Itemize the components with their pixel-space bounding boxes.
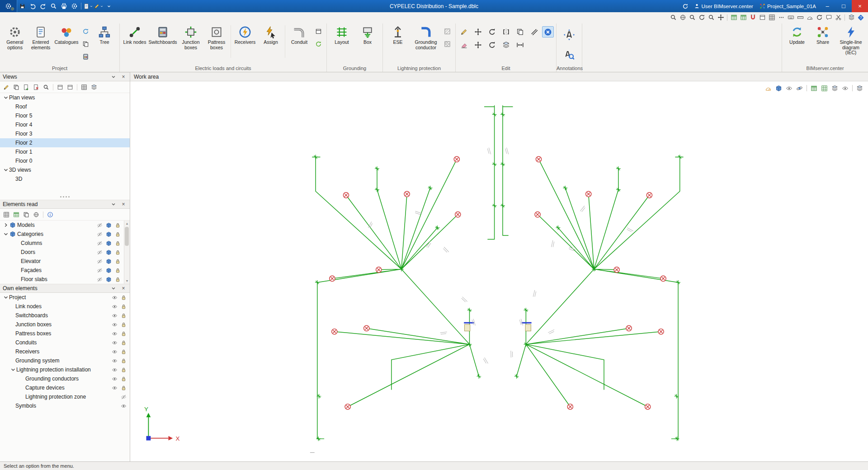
edit-menu-icon[interactable] — [93, 1, 104, 12]
catalogues-button[interactable]: Catalogues — [54, 24, 79, 61]
close-button[interactable]: × — [852, 0, 868, 12]
visibility-icon[interactable] — [112, 313, 118, 319]
visibility-icon[interactable] — [112, 331, 118, 337]
lock-icon[interactable] — [121, 376, 127, 382]
tree-item-junction-boxes[interactable]: Junction boxes — [0, 320, 130, 329]
visibility-icon[interactable] — [112, 295, 118, 301]
collapse-icon[interactable] — [110, 201, 117, 208]
switchboards-button[interactable]: Switchboards — [148, 24, 178, 61]
collapse-icon[interactable] — [110, 285, 117, 292]
lock-icon[interactable] — [115, 231, 121, 237]
visibility-options-icon[interactable] — [784, 84, 794, 93]
tree-item-floor-1[interactable]: Floor 1 — [0, 147, 130, 156]
check-table-icon[interactable] — [809, 84, 819, 93]
lock-icon[interactable] — [121, 385, 127, 391]
stretch-button[interactable] — [514, 39, 526, 51]
visibility-off-icon[interactable] — [121, 394, 127, 400]
lock-icon[interactable] — [115, 249, 121, 255]
close-icon[interactable]: × — [120, 285, 127, 292]
grid-icon[interactable] — [767, 13, 776, 22]
tree-item-switchboards[interactable]: Switchboards — [0, 311, 130, 320]
junction-boxes-button[interactable]: Junction boxes — [178, 24, 203, 61]
entered-elements-button[interactable]: Entered elements — [28, 24, 53, 61]
measure-angle-icon[interactable] — [764, 84, 773, 93]
quick-access-more-icon[interactable] — [104, 1, 114, 12]
close-icon[interactable]: × — [120, 73, 127, 80]
save-icon[interactable] — [17, 1, 28, 12]
keyboard-entry-icon[interactable] — [786, 13, 795, 22]
tree-item-link-nodes[interactable]: Link nodes — [0, 302, 130, 311]
receivers-button[interactable]: Receivers — [232, 24, 258, 61]
update-button[interactable]: Update — [784, 24, 810, 61]
tree-item-lightning-protection-zone[interactable]: Lightning protection zone — [0, 392, 130, 401]
symmetry-button[interactable] — [500, 26, 512, 38]
tree-item-3d[interactable]: 3D — [0, 174, 130, 183]
rotate-button[interactable] — [486, 26, 498, 38]
layers-config-icon[interactable] — [90, 83, 99, 92]
project-sync-button[interactable] — [80, 26, 91, 37]
tree-item-floor-slabs[interactable]: Floor slabs — [0, 275, 124, 284]
mesh-zone-dense-button[interactable] — [441, 38, 453, 50]
zoom-icon[interactable] — [48, 1, 59, 12]
project-library-button[interactable] — [80, 51, 91, 62]
tree-item-facades[interactable]: Façades — [0, 266, 124, 275]
hide-elements-icon[interactable] — [840, 84, 850, 93]
drawings-table-icon[interactable] — [739, 13, 748, 22]
visibility-icon[interactable] — [112, 340, 118, 346]
sync-icon[interactable] — [680, 1, 691, 12]
single-line-diagram-button[interactable]: Single-line diagram (IEC) — [836, 24, 866, 61]
tree-item-3d-views[interactable]: 3D views — [0, 165, 130, 174]
tree-item-conduits[interactable]: Conduits — [0, 338, 130, 347]
edit-layers-button[interactable] — [500, 39, 512, 51]
delete-button[interactable] — [542, 26, 554, 38]
pattress-boxes-button[interactable]: Pattress boxes — [204, 24, 229, 61]
export-menu-icon[interactable] — [83, 1, 93, 12]
visibility-icon[interactable] — [112, 358, 118, 364]
cut-icon[interactable] — [834, 13, 843, 22]
info-icon[interactable] — [46, 210, 55, 219]
tile-windows-icon[interactable] — [56, 83, 65, 92]
bimserver-user-button[interactable]: User BIMserver.center — [691, 0, 756, 12]
drawing-canvas[interactable]: Y X — [130, 81, 868, 461]
tree-item-capture-devices[interactable]: Capture devices — [0, 383, 130, 392]
lock-icon[interactable] — [115, 268, 121, 273]
lock-icon[interactable] — [121, 322, 127, 328]
tree-item-grounding-system[interactable]: Grounding system — [0, 356, 130, 365]
print-icon[interactable] — [59, 1, 69, 12]
tree-item-floor-3[interactable]: Floor 3 — [0, 129, 130, 138]
edit-pencil-button[interactable] — [458, 26, 470, 38]
visibility-icon[interactable] — [112, 349, 118, 355]
zoom-window-icon[interactable] — [669, 13, 678, 22]
copy-view-icon[interactable] — [12, 83, 21, 92]
regenerate-icon[interactable] — [815, 13, 824, 22]
cascade-windows-icon[interactable] — [66, 83, 75, 92]
visibility-off-icon[interactable] — [97, 222, 103, 228]
move-button[interactable] — [472, 26, 484, 38]
grounding-box-button[interactable]: Box — [355, 24, 380, 61]
lock-icon[interactable] — [121, 358, 127, 364]
model-3d-icon[interactable] — [106, 231, 112, 237]
model-3d-icon[interactable] — [106, 277, 112, 282]
lock-icon[interactable] — [121, 313, 127, 319]
visibility-icon[interactable] — [112, 304, 118, 310]
tree-item-models[interactable]: Models — [0, 221, 124, 230]
model-3d-icon[interactable] — [106, 268, 112, 273]
lock-icon[interactable] — [121, 340, 127, 346]
tree-item-elevator[interactable]: Elevator — [0, 257, 124, 266]
minimize-button[interactable]: – — [819, 0, 835, 12]
grounding-layout-button[interactable]: Layout — [329, 24, 354, 61]
ese-button[interactable]: ESE — [385, 24, 410, 61]
snap-points-icon[interactable] — [777, 13, 786, 22]
model-3d-icon[interactable] — [106, 240, 112, 246]
visibility-icon[interactable] — [112, 367, 118, 373]
visibility-off-icon[interactable] — [97, 249, 103, 255]
conduit-update-button[interactable] — [312, 38, 324, 50]
tree-item-roof[interactable]: Roof — [0, 102, 130, 111]
settings-icon[interactable] — [69, 1, 80, 12]
tree-item-project[interactable]: Project — [0, 293, 130, 302]
zoom-previous-icon[interactable] — [688, 13, 697, 22]
lock-icon[interactable] — [115, 258, 121, 264]
tree-button[interactable]: Tree — [92, 24, 117, 61]
tree-item-symbols[interactable]: Symbols — [0, 401, 130, 410]
offset-button[interactable] — [528, 26, 540, 38]
